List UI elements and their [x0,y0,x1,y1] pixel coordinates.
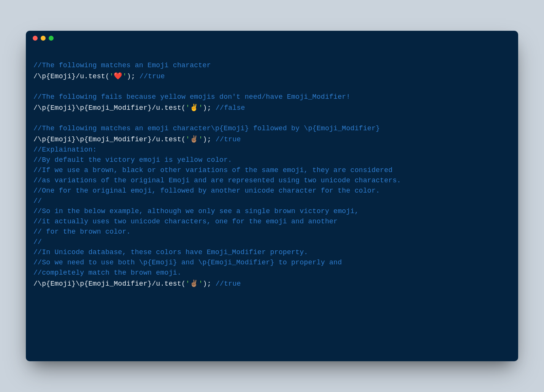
string-quote: ' [109,73,114,80]
comment-text: //The following fails because yellow emo… [33,93,351,101]
comment-text: // [33,197,42,205]
comment-text: //In Unicode database, these colors have… [33,248,308,256]
code-line: /\p{Emoji}\p{Emoji_Modifier}/u.test('✌️'… [33,102,511,113]
code-text: /\p{Emoji}\p{Emoji_Modifier}/u.test( [33,104,186,112]
code-block: //The following matches an Emoji charact… [26,45,518,297]
code-line: //The following matches an emoji charact… [33,123,511,134]
close-icon[interactable] [33,36,38,41]
code-text: /\p{Emoji}/u.test( [33,73,109,80]
code-line: //So in the below example, although we o… [33,206,511,217]
code-line [33,82,511,92]
comment-text: //true [216,280,241,288]
comment-text: //Explaination: [33,146,97,153]
code-line: /\p{Emoji}\p{Emoji_Modifier}/u.test('✌🏽'… [33,134,511,145]
code-line [33,113,511,123]
code-window: //The following matches an Emoji charact… [26,31,518,361]
window-titlebar [26,31,518,45]
code-line: //If we use a brown, black or other vari… [33,165,511,175]
comment-text: //true [140,73,165,80]
code-line: //The following matches an Emoji charact… [33,60,511,71]
comment-text: // [33,238,42,246]
code-line: //In Unicode database, these colors have… [33,247,511,258]
comment-text: //One for the original emoji, followed b… [33,187,380,194]
code-line: //as variations of the original Emoji an… [33,175,511,186]
comment-text: //false [216,104,245,112]
comment-text: //If we use a brown, black or other vari… [33,166,393,174]
comment-text: //So we need to use both \p{Emoji} and \… [33,259,342,266]
code-line: //One for the original emoji, followed b… [33,186,511,196]
comment-text: //The following matches an Emoji charact… [33,62,211,69]
code-text: ); [203,104,216,112]
emoji-glyph: ❤️ [114,72,122,80]
code-text: /\p{Emoji}\p{Emoji_Modifier}/u.test( [33,136,186,143]
emoji-glyph: ✌️ [190,103,198,111]
code-text: ); [203,280,216,288]
code-line: // [33,196,511,206]
code-text: /\p{Emoji}\p{Emoji_Modifier}/u.test( [33,280,186,288]
code-line: //Explaination: [33,145,511,155]
maximize-icon[interactable] [49,36,54,41]
code-line: //By default the victory emoji is yellow… [33,155,511,165]
code-line: // for the brown color. [33,227,511,237]
emoji-glyph: ✌🏽 [190,279,198,287]
code-line: //completely match the brown emoji. [33,268,511,278]
code-line: /\p{Emoji}/u.test('❤️'); //true [33,71,511,82]
string-quote: ' [186,104,190,112]
string-quote: ' [186,280,190,288]
code-text: ); [127,73,140,80]
code-line: //So we need to use both \p{Emoji} and \… [33,258,511,268]
comment-text: //completely match the brown emoji. [33,269,181,277]
code-text [33,114,38,122]
comment-text: //it actually uses two unicode character… [33,218,338,225]
code-line: // [33,237,511,247]
comment-text: //as variations of the original Emoji an… [33,177,401,184]
string-quote: ' [198,104,203,112]
code-text: ); [203,136,216,143]
comment-text: // for the brown color. [33,228,131,236]
string-quote: ' [198,280,203,288]
string-quote: ' [122,73,127,80]
minimize-icon[interactable] [41,36,46,41]
comment-text: //The following matches an emoji charact… [33,125,380,132]
comment-text: //So in the below example, although we o… [33,207,359,215]
string-quote: ' [198,136,203,143]
code-text [33,83,38,90]
comment-text: //true [216,136,241,143]
code-line: //it actually uses two unicode character… [33,217,511,227]
emoji-glyph: ✌🏽 [190,135,198,143]
comment-text: //By default the victory emoji is yellow… [33,156,232,164]
code-line: //The following fails because yellow emo… [33,92,511,102]
string-quote: ' [186,136,190,143]
code-line: /\p{Emoji}\p{Emoji_Modifier}/u.test('✌🏽'… [33,278,511,289]
